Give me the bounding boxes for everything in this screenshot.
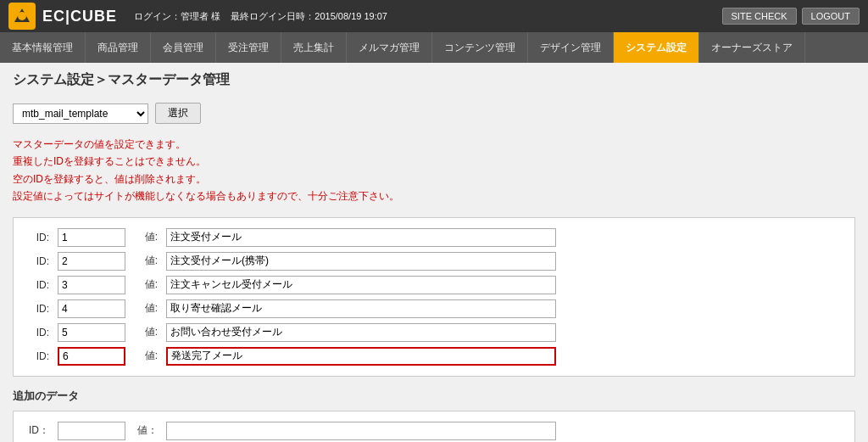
- nav-item-content[interactable]: コンテンツ管理: [432, 32, 528, 63]
- page-title: システム設定＞マスターデータ管理: [13, 71, 855, 92]
- info-line-1: 重複したIDを登録することはできません。: [13, 153, 855, 170]
- id-input-1[interactable]: [58, 252, 125, 271]
- add-section-title: 追加のデータ: [13, 389, 855, 404]
- value-input-4[interactable]: [166, 323, 556, 342]
- add-value-label: 値：: [134, 423, 158, 438]
- nav-item-owners[interactable]: オーナーズストア: [699, 32, 805, 63]
- table-select[interactable]: mtb_mail_template: [13, 104, 148, 124]
- login-label: ログイン：管理者 様: [134, 11, 220, 21]
- id-label-1: ID:: [24, 255, 49, 267]
- value-label-1: 値:: [134, 254, 158, 268]
- add-value-input[interactable]: [166, 422, 556, 440]
- value-input-2[interactable]: [166, 276, 556, 294]
- data-table: ID:値:ID:値:ID:値:ID:値:ID:値:ID:値:: [13, 217, 855, 377]
- nav-item-system[interactable]: システム設定: [614, 32, 699, 63]
- add-id-label: ID：: [24, 423, 49, 438]
- id-label-3: ID:: [24, 303, 49, 315]
- id-label-5: ID:: [24, 350, 49, 362]
- value-input-1[interactable]: [166, 252, 556, 271]
- site-check-button[interactable]: SITE CHECK: [722, 8, 797, 25]
- header-info: ログイン：管理者 様 最終ログイン日時：2015/08/19 19:07: [134, 10, 387, 23]
- info-line-2: 空のIDを登録すると、値は削除されます。: [13, 171, 855, 187]
- last-login-label: 最終ログイン日時：2015/08/19 19:07: [231, 11, 387, 21]
- logo-area: EC|CUBE: [8, 3, 117, 30]
- logo-text: EC|CUBE: [42, 8, 117, 25]
- nav-item-order[interactable]: 受注管理: [216, 32, 281, 63]
- nav-item-sales[interactable]: 売上集計: [281, 32, 347, 63]
- value-label-4: 値:: [134, 325, 158, 339]
- add-data-row: ID： 値：: [24, 422, 844, 440]
- value-label-2: 値:: [134, 277, 158, 292]
- id-label-0: ID:: [24, 232, 49, 243]
- nav-item-design[interactable]: デザイン管理: [528, 32, 614, 63]
- value-input-0[interactable]: [166, 228, 556, 247]
- info-text: マスターデータの値を設定できます。重複したIDを登録することはできません。空のI…: [13, 136, 855, 205]
- data-row-5: ID:値:: [24, 347, 844, 366]
- value-label-3: 値:: [134, 301, 158, 316]
- id-input-4[interactable]: [58, 323, 125, 342]
- info-line-0: マスターデータの値を設定できます。: [13, 136, 855, 153]
- nav-item-mail[interactable]: メルマガ管理: [347, 32, 432, 63]
- info-line-3: 設定値によってはサイトが機能しなくなる場合もありますので、十分ご注意下さい。: [13, 187, 855, 204]
- data-row-1: ID:値:: [24, 252, 844, 271]
- value-input-3[interactable]: [166, 299, 556, 318]
- id-input-5[interactable]: [58, 347, 125, 366]
- nav-item-member[interactable]: 会員管理: [151, 32, 216, 63]
- data-row-0: ID:値:: [24, 228, 844, 247]
- main-content: システム設定＞マスターデータ管理 mtb_mail_template 選択 マス…: [0, 63, 868, 442]
- value-label-0: 値:: [134, 230, 158, 244]
- add-id-input[interactable]: [58, 422, 125, 440]
- nav-item-product[interactable]: 商品管理: [86, 32, 151, 63]
- id-input-2[interactable]: [58, 276, 125, 294]
- header: EC|CUBE ログイン：管理者 様 最終ログイン日時：2015/08/19 1…: [0, 0, 868, 32]
- logout-button[interactable]: LOGOUT: [802, 8, 860, 25]
- data-row-3: ID:値:: [24, 299, 844, 318]
- select-button[interactable]: 選択: [155, 103, 201, 124]
- selector-row: mtb_mail_template 選択: [13, 103, 855, 124]
- data-row-4: ID:値:: [24, 323, 844, 342]
- logo-icon: [8, 3, 36, 30]
- value-input-5[interactable]: [166, 347, 556, 366]
- navigation: 基本情報管理商品管理会員管理受注管理売上集計メルマガ管理コンテンツ管理デザイン管…: [0, 32, 868, 63]
- header-buttons: SITE CHECK LOGOUT: [722, 8, 860, 25]
- id-label-4: ID:: [24, 327, 49, 338]
- data-row-2: ID:値:: [24, 276, 844, 294]
- value-label-5: 値:: [134, 349, 158, 363]
- id-input-0[interactable]: [58, 228, 125, 247]
- add-data-table: ID： 値：: [13, 411, 855, 442]
- svg-point-1: [18, 12, 26, 20]
- nav-item-basic[interactable]: 基本情報管理: [0, 32, 86, 63]
- id-label-2: ID:: [24, 279, 49, 291]
- id-input-3[interactable]: [58, 299, 125, 318]
